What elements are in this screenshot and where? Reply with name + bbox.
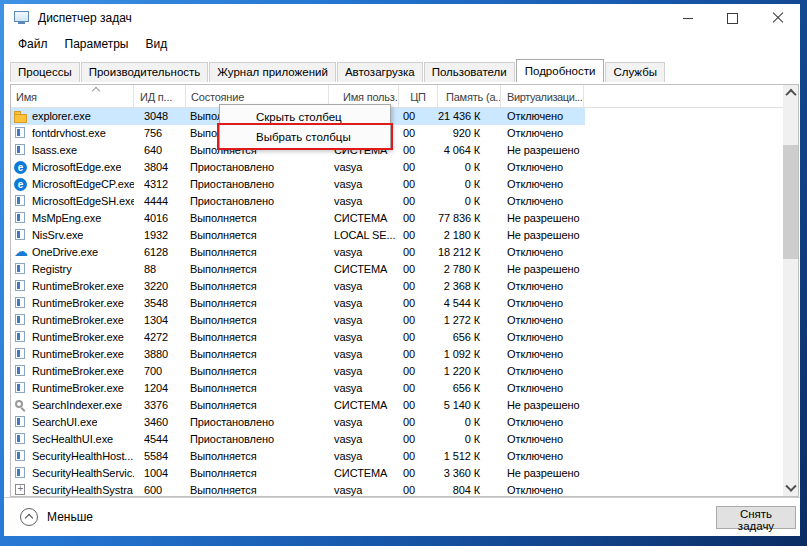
- process-row[interactable]: MicrosoftEdgeCP.exe4312Приостановленоvas…: [11, 176, 585, 193]
- cell-name: RuntimeBroker.exe: [11, 312, 134, 329]
- process-name: SearchUI.exe: [32, 414, 97, 431]
- cell-name: SecurityHealthHost....: [11, 448, 134, 465]
- cell-virt: Не разрешено: [501, 210, 584, 227]
- cell-cpu: 00: [399, 329, 438, 346]
- process-row[interactable]: MsMpEng.exe4016ВыполняетсяСИСТЕМА0077 83…: [11, 210, 585, 227]
- tab-details[interactable]: Подробности: [516, 59, 605, 82]
- cell-mem: 0 К: [438, 414, 501, 431]
- cell-virt: Не разрешено: [501, 227, 584, 244]
- scrollbar-thumb[interactable]: [783, 145, 798, 259]
- cell-pid: 4544: [134, 431, 186, 448]
- cell-status: Выполняется: [186, 227, 329, 244]
- process-row[interactable]: SearchUI.exe3460Приостановленоvasya000 К…: [11, 414, 585, 431]
- column-header-name[interactable]: Имя: [11, 85, 134, 107]
- vertical-scrollbar[interactable]: [783, 85, 798, 496]
- process-name: lsass.exe: [32, 142, 77, 159]
- cell-pid: 88: [134, 261, 186, 278]
- process-row[interactable]: SecurityHealthSystra600Выполняетсяvasya0…: [11, 482, 585, 496]
- maximize-icon: [727, 13, 738, 24]
- application-icon: [14, 263, 28, 276]
- cell-virt: Отключено: [501, 431, 584, 448]
- cell-virt: Отключено: [501, 244, 584, 261]
- cell-name: explorer.exe: [11, 108, 134, 125]
- cell-cpu: 00: [399, 244, 438, 261]
- sort-ascending-icon: [92, 87, 100, 95]
- process-row[interactable]: RuntimeBroker.exe1304Выполняетсяvasya001…: [11, 312, 585, 329]
- process-row[interactable]: RuntimeBroker.exe3548Выполняетсяvasya004…: [11, 295, 585, 312]
- menu-options[interactable]: Параметры: [65, 37, 129, 51]
- process-name: MicrosoftEdge.exe: [32, 159, 121, 176]
- tab-users[interactable]: Пользователи: [424, 62, 515, 82]
- application-icon: [14, 144, 28, 157]
- cell-pid: 1004: [134, 465, 186, 482]
- cell-mem: 0 К: [438, 193, 501, 210]
- column-header-label: ЦП: [410, 91, 426, 103]
- cell-name: MicrosoftEdgeCP.exe: [11, 176, 134, 193]
- cell-cpu: 00: [399, 431, 438, 448]
- process-row[interactable]: Registry88ВыполняетсяСИСТЕМА002 780 КНе …: [11, 261, 585, 278]
- column-header-cpu[interactable]: ЦП: [399, 85, 438, 107]
- process-row[interactable]: SecurityHealthServic...1004ВыполняетсяСИ…: [11, 465, 585, 482]
- process-row[interactable]: RuntimeBroker.exe700Выполняетсяvasya001 …: [11, 363, 585, 380]
- column-header-label: Состояние: [191, 91, 244, 103]
- menu-file[interactable]: Файл: [18, 37, 48, 51]
- column-header-virt[interactable]: Виртуализаци...: [501, 85, 584, 107]
- cell-status: Выполняется: [186, 278, 329, 295]
- minimize-button[interactable]: [665, 4, 710, 32]
- column-header-mem[interactable]: Память (а...: [438, 85, 501, 107]
- scrollbar-down-button[interactable]: [783, 481, 798, 496]
- cell-cpu: 00: [399, 346, 438, 363]
- application-icon: [14, 127, 28, 140]
- process-row[interactable]: OneDrive.exe6128Выполняетсяvasya0018 212…: [11, 244, 585, 261]
- process-row[interactable]: SecHealthUI.exe4544Приостановленоvasya00…: [11, 431, 585, 448]
- cell-user: vasya: [329, 176, 399, 193]
- cell-virt: Отключено: [501, 278, 584, 295]
- menu-view[interactable]: Вид: [145, 37, 167, 51]
- process-row[interactable]: MicrosoftEdgeSH.exe4444Приостановленоvas…: [11, 193, 585, 210]
- end-task-button[interactable]: Снять задачу: [716, 506, 796, 529]
- cell-pid: 3460: [134, 414, 186, 431]
- cell-pid: 3880: [134, 346, 186, 363]
- systray-icon: [14, 484, 28, 496]
- cell-user: СИСТЕМА: [329, 261, 399, 278]
- column-header-pid[interactable]: ИД п...: [134, 85, 186, 107]
- process-row[interactable]: NisSrv.exe1932ВыполняетсяLOCAL SE...002 …: [11, 227, 585, 244]
- scrollbar-up-button[interactable]: [783, 85, 798, 100]
- magnifier-icon: [14, 399, 28, 412]
- cell-name: RuntimeBroker.exe: [11, 346, 134, 363]
- cell-user: vasya: [329, 193, 399, 210]
- application-icon: [14, 280, 28, 293]
- application-icon: [14, 416, 28, 429]
- cell-pid: 1304: [134, 312, 186, 329]
- tab-performance[interactable]: Производительность: [81, 62, 209, 82]
- application-icon: [14, 348, 28, 361]
- tab-processes[interactable]: Процессы: [10, 62, 80, 82]
- cell-virt: Не разрешено: [501, 142, 584, 159]
- fewer-details-toggle[interactable]: Меньше: [20, 508, 93, 526]
- column-header-label: Имя: [16, 91, 37, 103]
- process-name: MicrosoftEdgeSH.exe: [32, 193, 134, 210]
- process-row[interactable]: RuntimeBroker.exe1204Выполняетсяvasya006…: [11, 380, 585, 397]
- process-row[interactable]: SecurityHealthHost....5584Выполняетсяvas…: [11, 448, 585, 465]
- maximize-button[interactable]: [710, 4, 755, 32]
- cell-mem: 1 220 К: [438, 363, 501, 380]
- tab-app-history[interactable]: Журнал приложений: [209, 62, 336, 82]
- cell-mem: 21 436 К: [438, 108, 501, 125]
- titlebar: Диспетчер задач: [4, 4, 800, 32]
- process-row[interactable]: MicrosoftEdge.exe3804Приостановленоvasya…: [11, 159, 585, 176]
- cell-mem: 2 180 К: [438, 227, 501, 244]
- cell-pid: 756: [134, 125, 186, 142]
- cell-user: vasya: [329, 363, 399, 380]
- process-name: MicrosoftEdgeCP.exe: [32, 176, 134, 193]
- process-name: MsMpEng.exe: [32, 210, 101, 227]
- close-button[interactable]: [755, 4, 800, 32]
- tab-services[interactable]: Службы: [605, 62, 665, 82]
- chevron-down-icon: [785, 480, 796, 491]
- process-row[interactable]: RuntimeBroker.exe3880Выполняетсяvasya001…: [11, 346, 585, 363]
- cell-pid: 3048: [134, 108, 186, 125]
- process-row[interactable]: RuntimeBroker.exe3220Выполняетсяvasya002…: [11, 278, 585, 295]
- tab-startup[interactable]: Автозагрузка: [337, 62, 423, 82]
- process-row[interactable]: RuntimeBroker.exe4272Выполняетсяvasya006…: [11, 329, 585, 346]
- process-name: SecurityHealthSystra: [32, 482, 133, 496]
- process-row[interactable]: SearchIndexer.exe3376ВыполняетсяСИСТЕМА0…: [11, 397, 585, 414]
